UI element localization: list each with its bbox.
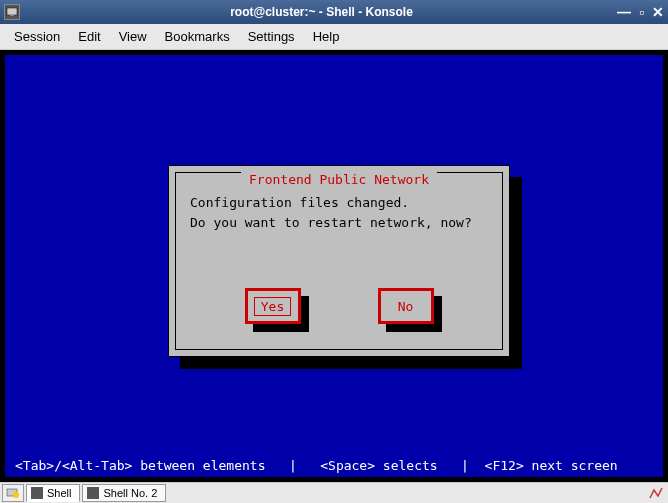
minimize-button[interactable]: — (617, 4, 631, 20)
menu-bookmarks[interactable]: Bookmarks (157, 26, 238, 47)
dialog-frame: Frontend Public Network Configuration fi… (175, 172, 503, 350)
terminal-icon (31, 487, 43, 499)
window-title: root@cluster:~ - Shell - Konsole (26, 5, 617, 19)
no-button[interactable]: No (378, 288, 434, 324)
app-icon (4, 4, 20, 20)
tab-shell[interactable]: Shell (26, 484, 80, 502)
svg-point-3 (13, 492, 19, 498)
svg-rect-1 (10, 15, 14, 16)
menu-help[interactable]: Help (305, 26, 348, 47)
no-label: No (392, 298, 420, 315)
hint-bar: <Tab>/<Alt-Tab> between elements | <Spac… (5, 458, 663, 473)
dialog-buttons: Yes No (176, 288, 502, 324)
window-titlebar: root@cluster:~ - Shell - Konsole — ▫ ✕ (0, 0, 668, 24)
menu-view[interactable]: View (111, 26, 155, 47)
terminal-area[interactable]: Frontend Public Network Configuration fi… (0, 50, 668, 482)
dialog-text-line1: Configuration files changed. (190, 193, 488, 213)
tab-shell-2[interactable]: Shell No. 2 (82, 484, 166, 502)
menu-session[interactable]: Session (6, 26, 68, 47)
tab-label-shell2: Shell No. 2 (103, 487, 157, 499)
dialog-title: Frontend Public Network (241, 172, 437, 187)
menu-bar: Session Edit View Bookmarks Settings Hel… (0, 24, 668, 50)
maximize-button[interactable]: ▫ (639, 4, 644, 20)
terminal-icon (87, 487, 99, 499)
yes-label: Yes (254, 297, 291, 316)
dialog-text-line2: Do you want to restart network, now? (190, 213, 488, 233)
new-tab-button[interactable] (2, 484, 24, 502)
close-button[interactable]: ✕ (652, 4, 664, 20)
svg-rect-0 (7, 8, 17, 15)
yes-button[interactable]: Yes (245, 288, 301, 324)
menu-settings[interactable]: Settings (240, 26, 303, 47)
dialog-box: Frontend Public Network Configuration fi… (168, 165, 510, 357)
activity-icon[interactable] (646, 484, 666, 502)
bottom-bar: Shell Shell No. 2 (0, 482, 668, 503)
tab-label-shell: Shell (47, 487, 71, 499)
menu-edit[interactable]: Edit (70, 26, 108, 47)
